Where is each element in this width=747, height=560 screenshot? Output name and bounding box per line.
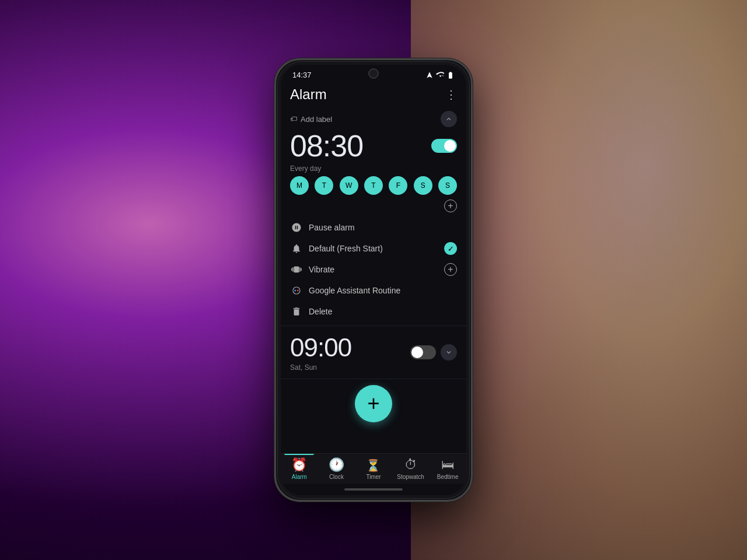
- nav-stopwatch[interactable]: ⏱ Stopwatch: [392, 454, 430, 481]
- stopwatch-nav-label: Stopwatch: [397, 474, 424, 480]
- label-icon: 🏷: [290, 115, 297, 123]
- fab-container: +: [281, 379, 466, 426]
- add-alarm-fab[interactable]: +: [355, 385, 392, 422]
- nav-bedtime[interactable]: 🛏 Bedtime: [429, 454, 466, 481]
- bedtime-nav-icon: 🛏: [441, 457, 454, 473]
- pause-alarm-icon: [290, 221, 303, 234]
- day-monday[interactable]: M: [290, 176, 309, 195]
- google-assistant-label: Google Assistant Routine: [309, 286, 400, 295]
- status-bar: 14:37: [281, 65, 466, 82]
- ringtone-option[interactable]: Default (Fresh Start) ✓: [281, 238, 466, 259]
- alarm-label-text: Add label: [301, 115, 332, 124]
- ringtone-label: Default (Fresh Start): [309, 244, 383, 253]
- nav-clock[interactable]: 🕐 Clock: [318, 454, 355, 481]
- pause-alarm-label: Pause alarm: [309, 223, 355, 232]
- nav-alarm[interactable]: ⏰ Alarm: [281, 454, 318, 481]
- alarm-collapsed-time[interactable]: 09:00: [290, 333, 406, 362]
- status-icons: [425, 71, 455, 79]
- expand-button[interactable]: [441, 344, 457, 360]
- bedtime-nav-label: Bedtime: [437, 474, 459, 480]
- nav-timer[interactable]: ⏳ Timer: [355, 454, 392, 481]
- alarm-toggle-on[interactable]: [431, 139, 457, 153]
- alarm-item-header: 🏷 Add label: [281, 107, 466, 128]
- alarm-collapsed-days: Sat, Sun: [290, 363, 406, 372]
- phone-mockup: 14:37: [274, 58, 473, 502]
- timer-nav-label: Timer: [366, 474, 381, 480]
- svg-point-1: [294, 290, 296, 292]
- signal-icon: [436, 71, 444, 79]
- alarm-collapsed-info: 09:00 Sat, Sun: [290, 333, 406, 372]
- app-title: Alarm: [290, 86, 327, 103]
- alarm-nav-label: Alarm: [292, 474, 307, 480]
- timer-nav-icon: ⏳: [366, 459, 381, 473]
- add-schedule-button[interactable]: +: [444, 200, 457, 212]
- day-friday[interactable]: F: [389, 176, 407, 195]
- battery-icon: [446, 71, 455, 79]
- svg-point-2: [297, 290, 299, 292]
- alarm-toggle-off[interactable]: [410, 345, 436, 359]
- delete-label: Delete: [309, 307, 332, 316]
- day-tuesday[interactable]: T: [315, 176, 333, 195]
- vibrate-label: Vibrate: [309, 265, 334, 274]
- app-header: Alarm ⋮: [281, 82, 466, 107]
- day-sunday[interactable]: S: [438, 176, 457, 195]
- home-indicator: [281, 484, 466, 495]
- delete-icon: [290, 305, 303, 318]
- pause-alarm-option[interactable]: Pause alarm: [281, 217, 466, 238]
- app-content: Alarm ⋮ 🏷 Add label: [281, 82, 466, 495]
- google-assistant-icon: [290, 284, 303, 297]
- vibrate-add-icon[interactable]: +: [444, 263, 457, 276]
- day-saturday[interactable]: S: [414, 176, 432, 195]
- google-assistant-option[interactable]: Google Assistant Routine: [281, 280, 466, 301]
- alarm-time-display[interactable]: 08:30: [290, 128, 363, 163]
- delete-option[interactable]: Delete: [281, 301, 466, 322]
- phone-frame: 14:37: [274, 58, 473, 502]
- alarm-list: 🏷 Add label 08:30: [281, 107, 466, 453]
- alarm-item-expanded: 🏷 Add label 08:30: [281, 107, 466, 326]
- chevron-up-icon: [445, 115, 453, 123]
- home-bar: [344, 488, 403, 491]
- day-thursday[interactable]: T: [364, 176, 383, 195]
- more-options-icon[interactable]: ⋮: [445, 88, 457, 102]
- chevron-down-icon: [445, 348, 453, 356]
- ringtone-icon: [290, 242, 303, 255]
- bottom-nav: ⏰ Alarm 🕐 Clock ⏳ Timer ⏱ Stopwatch: [281, 453, 466, 484]
- alarm-nav-icon: ⏰: [291, 457, 307, 473]
- alarm-time-row: 08:30: [281, 128, 466, 163]
- alarm-label-row[interactable]: 🏷 Add label: [290, 115, 332, 124]
- every-day-label: Every day: [281, 163, 466, 174]
- clock-nav-label: Clock: [329, 474, 344, 480]
- svg-point-0: [293, 287, 300, 294]
- day-wednesday[interactable]: W: [340, 176, 358, 195]
- alarm-options: Pause alarm Default (Fresh Start) ✓: [281, 215, 466, 326]
- status-time: 14:37: [292, 71, 312, 79]
- collapse-icon[interactable]: [441, 111, 457, 127]
- days-row: M T W T F S S: [281, 174, 466, 197]
- vibrate-option[interactable]: Vibrate +: [281, 259, 466, 280]
- clock-nav-icon: 🕐: [329, 457, 344, 473]
- screen: 14:37: [281, 65, 466, 495]
- vibrate-icon: [290, 263, 303, 276]
- stopwatch-nav-icon: ⏱: [404, 457, 417, 473]
- alarm-item-collapsed: 09:00 Sat, Sun: [281, 326, 466, 379]
- navigation-icon: [425, 71, 434, 79]
- fab-icon: +: [367, 391, 379, 416]
- ringtone-check-icon: ✓: [444, 242, 457, 255]
